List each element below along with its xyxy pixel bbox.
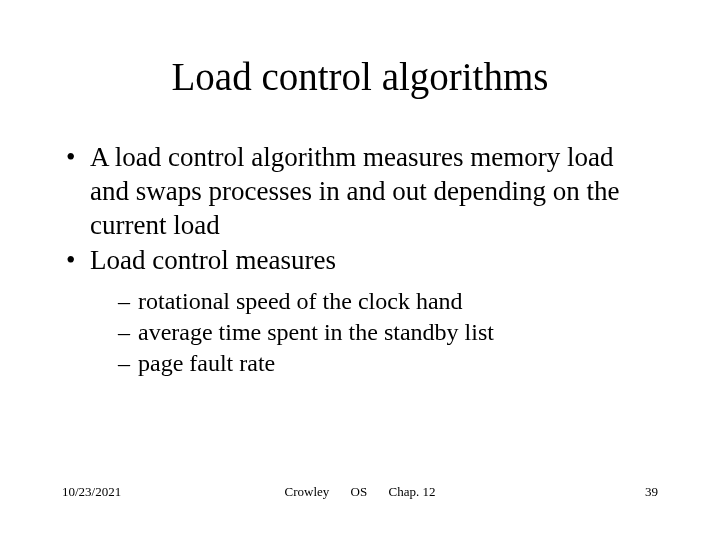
bullet-text: Load control measures (90, 245, 336, 275)
footer-center: Crowley OS Chap. 12 (62, 484, 658, 500)
slide-title: Load control algorithms (62, 54, 658, 99)
footer-chapter: Chap. 12 (388, 484, 435, 499)
sub-bullet-item: average time spent in the standby list (118, 317, 658, 347)
bullet-item: A load control algorithm measures memory… (62, 141, 658, 242)
slide: Load control algorithms A load control a… (0, 0, 720, 540)
bullet-text: A load control algorithm measures memory… (90, 142, 619, 240)
sub-bullet-item: page fault rate (118, 348, 658, 378)
slide-footer: 10/23/2021 Crowley OS Chap. 12 39 (62, 484, 658, 500)
sub-bullet-list: rotational speed of the clock hand avera… (118, 286, 658, 378)
sub-bullet-item: rotational speed of the clock hand (118, 286, 658, 316)
bullet-item: Load control measures rotational speed o… (62, 244, 658, 378)
bullet-list: A load control algorithm measures memory… (62, 141, 658, 378)
footer-author: Crowley (285, 484, 330, 499)
footer-course: OS (351, 484, 368, 499)
